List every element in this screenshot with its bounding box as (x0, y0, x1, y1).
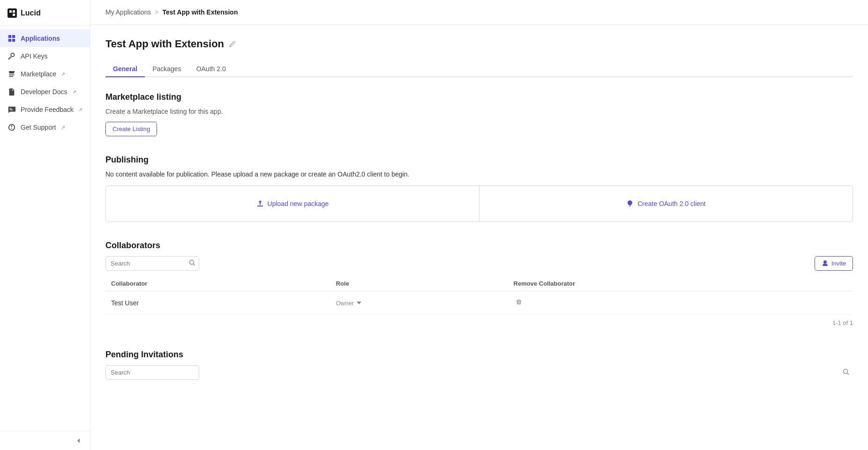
sidebar: Lucid Applications API Keys Marketplace (0, 0, 90, 450)
svg-rect-5 (8, 39, 11, 42)
sidebar-item-provide-feedback-label: Provide Feedback (21, 106, 74, 113)
external-link-icon-docs: ↗ (72, 89, 76, 95)
collaborators-table: Collaborator Role Remove Collaborator Te… (105, 276, 853, 315)
logo[interactable]: Lucid (0, 0, 90, 26)
col-remove: Remove Collaborator (508, 276, 853, 291)
create-listing-button[interactable]: Create Listing (105, 122, 157, 136)
pending-search-icon (843, 369, 849, 376)
publishing-cards: Upload new package Create OAuth 2.0 clie… (105, 185, 853, 222)
collaborators-title: Collaborators (105, 241, 853, 251)
trash-icon (516, 299, 522, 305)
breadcrumb-parent[interactable]: My Applications (105, 8, 151, 16)
sidebar-item-applications-label: Applications (21, 35, 60, 42)
table-row: Test User Owner Admin Viewer (105, 291, 853, 315)
doc-icon (7, 88, 16, 96)
upload-package-card[interactable]: Upload new package (106, 186, 479, 221)
svg-rect-2 (13, 14, 15, 16)
role-select[interactable]: Owner Admin Viewer (336, 300, 362, 307)
invite-icon (822, 260, 829, 267)
external-link-icon-feedback: ↗ (78, 107, 82, 113)
brand-name: Lucid (21, 9, 41, 17)
marketplace-listing-section: Marketplace listing Create a Marketplace… (105, 92, 853, 136)
invite-label: Invite (831, 260, 846, 267)
svg-point-9 (844, 369, 848, 374)
create-oauth-card[interactable]: Create OAuth 2.0 client (479, 186, 853, 221)
svg-line-10 (847, 373, 849, 375)
external-link-icon-support: ↗ (61, 125, 65, 131)
col-collaborator: Collaborator (105, 276, 330, 291)
tabs: General Packages OAuth 2.0 (105, 61, 853, 77)
page-title: Test App with Extension (105, 38, 224, 50)
sidebar-item-get-support-label: Get Support (21, 124, 56, 131)
external-link-icon: ↗ (61, 71, 65, 77)
pagination-info: 1-1 of 1 (105, 315, 853, 331)
page-title-row: Test App with Extension (105, 38, 853, 50)
store-icon (7, 70, 16, 78)
sidebar-nav: Applications API Keys Marketplace ↗ Deve… (0, 26, 90, 431)
publishing-title: Publishing (105, 155, 853, 165)
chevron-left-icon (75, 437, 82, 444)
marketplace-listing-desc: Create a Marketplace listing for this ap… (105, 108, 853, 115)
feedback-icon (7, 105, 16, 114)
sidebar-item-marketplace-label: Marketplace (21, 70, 56, 78)
collaborators-section: Collaborators Invit (105, 241, 853, 331)
invite-button[interactable]: Invite (815, 256, 853, 271)
col-role: Role (330, 276, 508, 291)
tab-packages[interactable]: Packages (145, 61, 188, 77)
marketplace-listing-title: Marketplace listing (105, 92, 853, 102)
svg-rect-1 (13, 10, 15, 13)
create-oauth-label: Create OAuth 2.0 client (637, 200, 706, 207)
publishing-section: Publishing No content available for publ… (105, 155, 853, 222)
upload-icon (256, 200, 264, 207)
main-content: My Applications > Test App with Extensio… (90, 0, 868, 450)
breadcrumb-current: Test App with Extension (162, 8, 238, 16)
publishing-notice: No content available for publication. Pl… (105, 170, 853, 178)
sidebar-item-api-keys-label: API Keys (21, 52, 48, 60)
remove-collaborator-button[interactable] (514, 297, 524, 309)
collaborators-search-wrap (105, 256, 199, 271)
sidebar-item-developer-docs[interactable]: Developer Docs ↗ (0, 83, 90, 101)
collaborators-search-input[interactable] (105, 256, 199, 271)
pending-search-input[interactable] (105, 365, 199, 380)
support-icon (7, 123, 16, 132)
svg-rect-4 (12, 35, 15, 38)
svg-rect-6 (12, 39, 15, 42)
tab-oauth[interactable]: OAuth 2.0 (189, 61, 233, 77)
sidebar-item-api-keys[interactable]: API Keys (0, 47, 90, 65)
pending-invitations-section: Pending Invitations (105, 350, 853, 380)
key-icon (7, 52, 16, 60)
sidebar-item-developer-docs-label: Developer Docs (21, 88, 67, 96)
collaborator-role[interactable]: Owner Admin Viewer (330, 291, 508, 315)
breadcrumb-separator: > (155, 8, 158, 16)
svg-rect-0 (9, 10, 12, 13)
breadcrumb: My Applications > Test App with Extensio… (90, 0, 868, 25)
sidebar-item-get-support[interactable]: Get Support ↗ (0, 118, 90, 136)
sidebar-item-marketplace[interactable]: Marketplace ↗ (0, 65, 90, 83)
sidebar-item-applications[interactable]: Applications (0, 30, 90, 47)
collaborator-name: Test User (105, 291, 330, 315)
pending-invitations-title: Pending Invitations (105, 350, 853, 360)
pencil-icon (229, 40, 236, 48)
remove-collaborator[interactable] (508, 291, 853, 315)
pending-search-wrap (105, 365, 853, 380)
svg-rect-3 (8, 35, 11, 38)
tab-general[interactable]: General (105, 61, 145, 77)
grid-icon (7, 34, 16, 43)
collaborators-search-row: Invite (105, 256, 853, 271)
lucid-logo-icon (7, 8, 17, 18)
sidebar-item-provide-feedback[interactable]: Provide Feedback ↗ (0, 101, 90, 118)
upload-package-label: Upload new package (268, 200, 329, 207)
edit-title-button[interactable] (229, 40, 236, 48)
bulb-icon (626, 200, 634, 207)
sidebar-collapse-button[interactable] (0, 431, 90, 450)
collaborators-table-head: Collaborator Role Remove Collaborator (105, 276, 853, 291)
collaborators-table-body: Test User Owner Admin Viewer (105, 291, 853, 315)
